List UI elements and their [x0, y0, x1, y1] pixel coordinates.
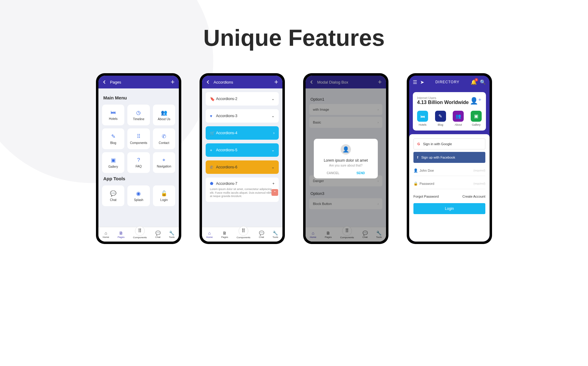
login-button[interactable]: Login — [413, 203, 485, 214]
login-panel: GSign in with Google fSign up with Faceb… — [409, 134, 490, 242]
tile-contact[interactable]: ✆Contact — [153, 128, 175, 149]
nav-home[interactable]: ⌂Home — [206, 231, 213, 239]
quick-links: 🛏Hotels ✎Blog 👥About ▣Gallery — [417, 111, 482, 126]
quick-gallery[interactable]: ▣Gallery — [471, 111, 482, 126]
modal-subtitle: Are you sure about that? — [318, 164, 374, 167]
screen-2: Accordions + 🔖Accordions-2⌄ ♥Accordions-… — [202, 76, 282, 242]
tile-hotels[interactable]: 🛏Hotels — [102, 105, 124, 125]
modal-title: Lorem ipsum dolor sit amet — [318, 158, 374, 163]
image-icon: ▣ — [471, 111, 482, 122]
bookmark-icon: 🔖 — [210, 97, 216, 101]
image-icon: ▣ — [111, 157, 116, 163]
nav-pages[interactable]: 🗎Pages — [221, 231, 228, 239]
phone-frame-1: Pages + Main Menu 🛏Hotels ◷Timeline 👥Abo… — [96, 73, 181, 244]
tile-splash[interactable]: ◉Splash — [127, 185, 150, 206]
tile-blog[interactable]: ✎Blog — [102, 128, 124, 149]
accordion-6[interactable]: ✆Accordions-6⌄ — [206, 160, 279, 174]
forgot-password-link[interactable]: Forgot Password — [413, 195, 439, 198]
plus-icon: + — [210, 148, 216, 152]
modal-overlay[interactable]: 👤 Lorem ipsum dolor sit amet Are you sur… — [306, 76, 386, 242]
tile-timeline[interactable]: ◷Timeline — [127, 105, 150, 125]
tile-components[interactable]: ⠿Components — [127, 128, 150, 149]
tile-navigation[interactable]: ⌖Navigation — [153, 152, 175, 173]
stat-value: 4.13 Billion Worldwide — [417, 100, 469, 105]
app-tools-label: App Tools — [103, 176, 174, 181]
cube-icon: ⬟ — [210, 181, 216, 186]
lock-icon: 🔒 — [413, 181, 420, 186]
tile-chat[interactable]: 💬Chat — [102, 185, 124, 206]
page-title: Unique Features — [0, 24, 588, 51]
heart-icon: ♥ — [210, 114, 216, 118]
screen-1: Pages + Main Menu 🛏Hotels ◷Timeline 👥Abo… — [98, 76, 179, 242]
nav-components[interactable]: ⠿Components — [236, 230, 250, 239]
help-icon: ? — [137, 157, 140, 163]
search-icon[interactable]: 🔍 — [480, 79, 486, 85]
nav-home[interactable]: ⌂Home — [103, 231, 109, 239]
compass-icon: ⌖ — [162, 157, 165, 163]
password-input[interactable]: 🔒Password(required) — [413, 178, 485, 189]
create-account-link[interactable]: Create Account — [462, 195, 485, 198]
modal-dialog: 👤 Lorem ipsum dolor sit amet Are you sur… — [314, 139, 378, 178]
accordion-4[interactable]: 🛒Accordions-4› — [206, 126, 279, 140]
accordion-5[interactable]: +Accordions-5⌄ — [206, 143, 279, 157]
home-icon: ⌂ — [104, 231, 107, 235]
bed-icon: 🛏 — [417, 111, 428, 122]
accordion-2[interactable]: 🔖Accordions-2⌄ — [206, 92, 279, 106]
file-icon: 🗎 — [119, 231, 123, 235]
screen-3: Modal Dialog Box + Option1 with Image› B… — [306, 76, 386, 242]
google-icon: G — [417, 142, 420, 146]
phone-frame-3: Modal Dialog Box + Option1 with Image› B… — [303, 73, 388, 244]
chat-icon: 💬 — [110, 190, 116, 197]
wrench-icon: 🔧 — [273, 231, 278, 235]
nav-tools[interactable]: 🔧Tools — [272, 231, 278, 239]
send-button[interactable]: SEND — [356, 171, 365, 175]
quick-hotels[interactable]: 🛏Hotels — [417, 111, 428, 126]
tile-login[interactable]: 🔓Login — [153, 185, 175, 206]
nav-chat[interactable]: 💬Chat — [155, 231, 161, 239]
nav-components[interactable]: ⠿Components — [133, 230, 147, 239]
header-title: DIRECTORY — [427, 80, 468, 84]
fingerprint-icon: ◉ — [136, 190, 141, 197]
chat-icon: 💬 — [155, 231, 161, 235]
back-icon[interactable] — [206, 80, 212, 84]
nav-tools[interactable]: 🔧Tools — [169, 231, 175, 239]
chevron-down-icon: ⌄ — [271, 165, 275, 169]
name-input[interactable]: 👤John Doe(required) — [413, 165, 485, 176]
nav-pages[interactable]: 🗎Pages — [118, 231, 125, 239]
quick-about[interactable]: 👥About — [453, 111, 464, 126]
back-icon[interactable] — [103, 80, 108, 84]
tile-faq[interactable]: ?FAQ — [127, 152, 150, 173]
cart-icon: 🛒 — [210, 131, 216, 135]
home-icon: ⌂ — [208, 231, 211, 235]
chevron-down-icon: ⌄ — [271, 97, 275, 101]
users-icon: 👥 — [161, 109, 167, 116]
phone-frame-4: ☰ ➤ DIRECTORY 🔔5 🔍 Internet Users 4.13 B… — [407, 73, 492, 244]
phones-row: Pages + Main Menu 🛏Hotels ◷Timeline 👥Abo… — [0, 73, 588, 244]
logo-icon: ➤ — [420, 79, 424, 85]
bell-icon[interactable]: 🔔5 — [471, 79, 477, 85]
add-user-icon[interactable]: 👤⁺ — [470, 97, 482, 105]
phone-icon: ✆ — [210, 165, 216, 170]
grid-icon: ⠿ — [239, 226, 248, 236]
header-title: Pages — [110, 80, 171, 84]
google-signin-button[interactable]: GSign in with Google — [413, 138, 485, 149]
cancel-button[interactable]: CANCEL — [327, 171, 339, 175]
accordion-3[interactable]: ♥Accordions-3⌄ — [206, 109, 279, 123]
tile-about[interactable]: 👥About Us — [153, 105, 175, 125]
menu-icon[interactable]: ☰ — [413, 79, 417, 85]
chat-icon: 💬 — [259, 231, 264, 235]
scroll-top-button[interactable]: ⌃ — [271, 189, 278, 196]
accordion-7[interactable]: ⬟Accordions-7+ Lorem ipsum dolor sit ame… — [206, 178, 279, 202]
file-icon: 🗎 — [222, 231, 227, 235]
quick-blog[interactable]: ✎Blog — [435, 111, 446, 126]
add-icon[interactable]: + — [274, 78, 278, 86]
tile-gallery[interactable]: ▣Gallery — [102, 152, 124, 173]
chevron-up-icon: ⌃ — [273, 190, 276, 195]
facebook-icon: f — [417, 156, 418, 159]
add-icon[interactable]: + — [171, 78, 175, 86]
main-menu-label: Main Menu — [103, 95, 174, 100]
grid-icon: ⠿ — [135, 226, 145, 236]
phone-icon: ✆ — [162, 133, 166, 140]
facebook-signup-button[interactable]: fSign up with Facebook — [413, 152, 485, 163]
nav-chat[interactable]: 💬Chat — [259, 231, 264, 239]
